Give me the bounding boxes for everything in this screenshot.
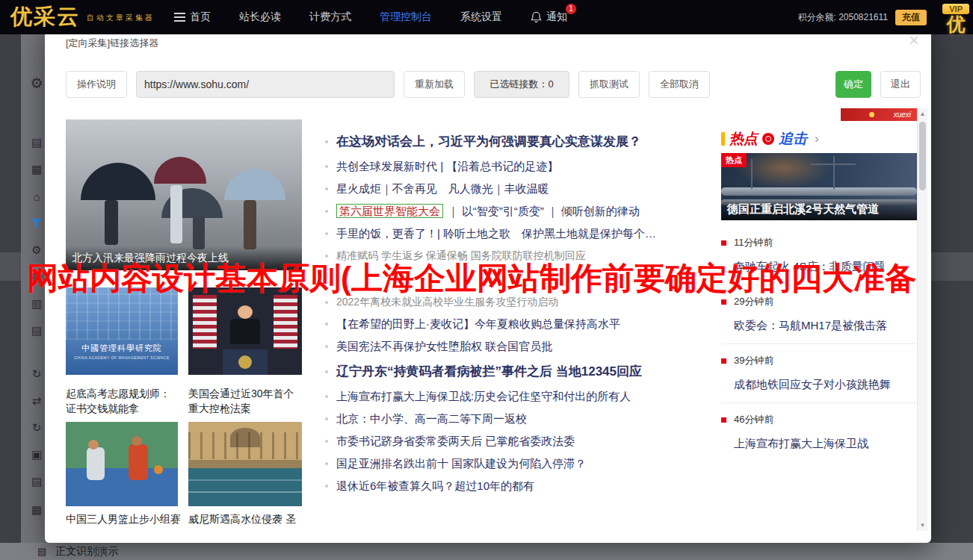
- hotspot-link[interactable]: 奔驰车起火 4S店：非质量问题: [721, 260, 917, 274]
- news-link[interactable]: 市委书记跻身省委常委两天后 已掌舵省委政法委: [321, 434, 717, 448]
- document-icon: ▤: [37, 546, 46, 557]
- image-art: [105, 200, 118, 245]
- nav-item-home[interactable]: 首页: [174, 10, 211, 24]
- news-link[interactable]: 辽宁丹东“持黄码者看病被拦”事件之后 当地12345回应: [321, 364, 717, 380]
- news-link[interactable]: 美国宪法不再保护女性堕胎权 联合国官员批: [321, 339, 717, 353]
- nav-label: 系统设置: [460, 10, 502, 24]
- hotspot-header[interactable]: 热点 追击 ›: [721, 129, 819, 149]
- link-selector-modal: [定向采集]链接选择器 × 操作说明 重新加载 已选链接数：0 抓取测试 全部取…: [45, 25, 931, 543]
- hotspot-image[interactable]: 热点 德国正重启北溪2号天然气管道: [721, 153, 917, 220]
- hotspot-item[interactable]: 29分钟前 欧委会：马航MH17是被俄击落: [721, 285, 917, 344]
- academy-card-image[interactable]: 中國管理科學研究院 CHINA ACADEMY OF MANAGEMENT SC…: [66, 287, 178, 375]
- news-link[interactable]: 星火成炬｜不舍再见 凡人微光｜丰收温暖: [321, 181, 717, 196]
- image-art: [66, 287, 178, 340]
- hot-tag: 热点: [721, 153, 747, 167]
- recharge-button[interactable]: 充值: [895, 10, 927, 25]
- image-art: [811, 164, 856, 165]
- scrollbar-thumb[interactable]: [919, 122, 926, 190]
- modal-title: [定向采集]链接选择器: [66, 37, 158, 50]
- notification-badge: 1: [566, 4, 576, 14]
- timestamp: 29分钟前: [721, 295, 917, 308]
- image-art: [154, 465, 163, 474]
- top-navbar: 优采云 自动文章采集器 首页 站长必读 计费方式 管理控制台 系统设置 通知 1…: [0, 0, 973, 34]
- content-scrollbar[interactable]: ▲ ▼: [917, 108, 927, 531]
- scroll-up-icon[interactable]: ▲: [918, 111, 927, 117]
- news-link[interactable]: 手里的饭，更香了！| 聆听土地之歌 保护黑土地就是保护每个…: [321, 226, 717, 240]
- venice-card-image[interactable]: [188, 422, 302, 506]
- card-caption[interactable]: 中国三人男篮止步小组赛: [66, 511, 184, 526]
- image-art: [129, 444, 148, 480]
- cancel-all-button[interactable]: 全部取消: [649, 71, 710, 98]
- exit-button[interactable]: 退出: [880, 71, 921, 98]
- hotspot-logo-icon: [762, 133, 774, 145]
- academy-building-subtitle: CHINA ACADEMY OF MANAGEMENT SCIENCE: [66, 355, 178, 360]
- nav-item-settings[interactable]: 系统设置: [460, 10, 502, 24]
- logo-text: 优采云: [10, 2, 80, 32]
- hotspot-image-caption: 德国正重启北溪2号天然气管道: [721, 199, 917, 220]
- chevron-right-icon[interactable]: ›: [815, 131, 819, 146]
- reload-button[interactable]: 重新加载: [404, 71, 465, 98]
- news-link-highlighted[interactable]: 第六届世界智能大会｜ 以“智变”引“质变” ｜ 倾听创新的律动: [321, 204, 717, 218]
- url-input[interactable]: [136, 71, 395, 98]
- image-art: [230, 319, 260, 344]
- hotspot-link[interactable]: 上海宣布打赢大上海保卫战: [721, 437, 917, 451]
- nav-item-notifications[interactable]: 通知 1: [531, 10, 567, 24]
- app-stage: 优采云 自动文章采集器 首页 站长必读 计费方式 管理控制台 系统设置 通知 1…: [0, 0, 973, 560]
- modal-toolbar: 操作说明 重新加载 已选链接数：0 抓取测试 全部取消 确定 退出: [66, 71, 921, 98]
- logo-tagline: 自动文章采集器: [87, 13, 155, 22]
- gun-law-card-image[interactable]: [188, 287, 302, 375]
- nav-label: 通知: [546, 10, 567, 24]
- image-art: [223, 349, 268, 375]
- nav-label: 站长必读: [239, 10, 281, 24]
- left-image-column: 北方入汛来最强降雨过程今夜上线 中國管理科學研究院 CHINA ACADEMY …: [66, 108, 302, 531]
- news-link[interactable]: 2022年离校未就业高校毕业生服务攻坚行动启动: [321, 295, 717, 308]
- main-story-image[interactable]: 北方入汛来最强降雨过程今夜上线: [66, 119, 302, 270]
- app-logo[interactable]: 优采云 自动文章采集器: [10, 2, 155, 32]
- main-story-caption: 北方入汛来最强降雨过程今夜上线: [66, 246, 302, 270]
- hotspot-label-chase: 追击: [779, 129, 807, 149]
- news-link[interactable]: 【在希望的田野上·麦收记】今年夏粮收购总量保持高水平: [321, 317, 717, 331]
- hotspot-item[interactable]: 39分钟前 成都地铁回应女子对小孩跳艳舞: [721, 344, 917, 403]
- image-art: [88, 440, 99, 449]
- yellow-bar-icon: [721, 132, 725, 146]
- grab-test-button[interactable]: 抓取测试: [578, 71, 640, 98]
- news-link[interactable]: 上海宣布打赢大上海保卫战:历史会记住坚守和付出的所有人: [321, 389, 717, 403]
- news-link[interactable]: 在这场对话会上，习近平为何强调要真心实意谋发展？: [321, 134, 717, 150]
- news-link-rest: ｜ 以“智变”引“质变” ｜ 倾听创新的律动: [448, 205, 640, 217]
- hotspot-item[interactable]: 11分钟前 奔驰车起火 4S店：非质量问题: [721, 226, 917, 285]
- card-caption[interactable]: 美国会通过近30年首个重大控枪法案: [188, 386, 302, 416]
- image-art: [224, 169, 285, 200]
- nav-label: 计费方式: [309, 10, 351, 24]
- timestamp: 46分钟前: [721, 413, 917, 426]
- nav-label: 首页: [190, 10, 211, 24]
- confirm-button[interactable]: 确定: [835, 71, 871, 98]
- image-art: [188, 491, 302, 493]
- hotspot-link[interactable]: 欧委会：马航MH17是被俄击落: [721, 319, 917, 333]
- news-link[interactable]: 退休近6年被查算久吗？超过10年的都有: [321, 479, 717, 493]
- news-link[interactable]: 国足亚洲排名跌出前十 国家队建设为何陷入停滞？: [321, 456, 717, 470]
- news-link[interactable]: 北京：中小学、高一高二等下周一返校: [321, 411, 717, 426]
- hotspot-link[interactable]: 成都地铁回应女子对小孩跳艳舞: [721, 378, 917, 392]
- basketball-card-image[interactable]: [66, 422, 178, 506]
- academy-building-title: 中國管理科學研究院: [66, 343, 178, 354]
- card-caption[interactable]: 威尼斯遇高水位侵袭 圣: [188, 511, 302, 526]
- card-caption[interactable]: 起底高考志愿规划师：证书交钱就能拿: [66, 386, 178, 416]
- hotspot-item[interactable]: 46分钟前 上海宣布打赢大上海保卫战: [721, 403, 917, 461]
- news-link[interactable]: 共创全球发展新时代 | 【沿着总书记的足迹】: [321, 159, 717, 173]
- bell-icon: [531, 11, 542, 23]
- selected-link-box[interactable]: 第六届世界智能大会: [336, 204, 443, 218]
- nav-item-console[interactable]: 管理控制台: [380, 10, 432, 24]
- image-art: [193, 217, 205, 249]
- scroll-down-icon[interactable]: ▼: [918, 522, 927, 529]
- image-art: [244, 200, 256, 249]
- help-button[interactable]: 操作说明: [66, 71, 127, 98]
- timestamp: 39分钟前: [721, 354, 917, 367]
- nav-item-billing[interactable]: 计费方式: [309, 10, 351, 24]
- hamburger-icon: [174, 13, 185, 22]
- news-link[interactable]: 精准赋码 学生返乡 保通保畅 国务院联防联控机制回应: [321, 249, 717, 262]
- image-art: [188, 432, 302, 459]
- nav-item-must-read[interactable]: 站长必读: [239, 10, 281, 24]
- image-art: [274, 295, 297, 349]
- body-recognition-demo-link[interactable]: 正文识别演示: [55, 545, 118, 559]
- vip-badge[interactable]: VIP: [942, 4, 969, 14]
